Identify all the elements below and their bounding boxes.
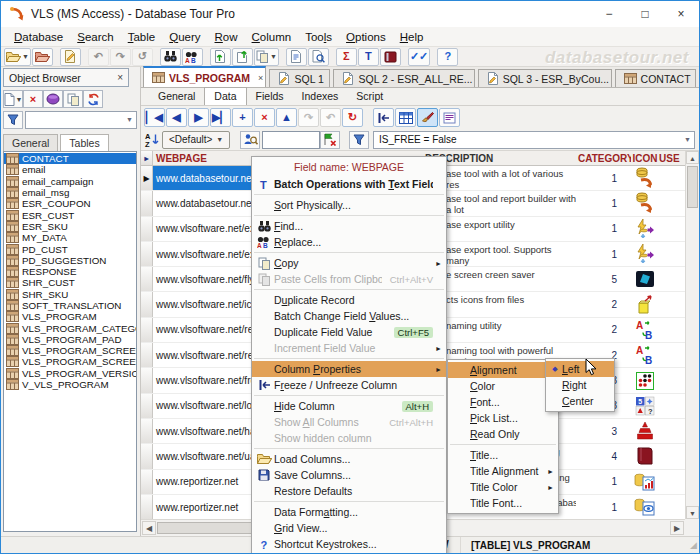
table-list-item[interactable]: PD_SUGGESTION [4, 255, 136, 266]
column-header-icon[interactable]: ICON [631, 153, 659, 164]
table-list-item[interactable]: SHR_SKU [4, 289, 136, 300]
menu-item-paste-cells-from-clipboard-[interactable]: Paste Cells from Clipboard...Ctrl+Alt+V [252, 271, 446, 287]
table-list-item[interactable]: ESR_COUPON [4, 198, 136, 209]
sidebar-tab-tables[interactable]: Tables [60, 134, 108, 152]
menu-item-grid-view-[interactable]: Grid View... [252, 520, 446, 536]
search-flag-icon[interactable] [320, 131, 340, 149]
submenu-item-font-[interactable]: Font... [448, 394, 558, 410]
alignment-item-right[interactable]: Right [546, 377, 614, 393]
menu-item-load-columns-[interactable]: Load Columns... [252, 451, 446, 467]
row-selector[interactable] [141, 292, 153, 316]
submenu-item-read-only[interactable]: Read Only [448, 426, 558, 442]
open-database-button[interactable]: ▼ [4, 48, 31, 66]
close-icon[interactable]: × [117, 72, 123, 83]
row-selector[interactable] [141, 444, 153, 468]
aggregate-button[interactable]: Σ [336, 48, 357, 66]
sidebar-tab-general[interactable]: General [3, 134, 58, 151]
undo-all-button[interactable]: ↺ [132, 48, 153, 66]
menu-item-restore-defaults[interactable]: Restore Defaults [252, 483, 446, 499]
menu-item-sort-physically-[interactable]: Sort Physically... [252, 197, 446, 213]
delete-object-button[interactable]: × [23, 90, 43, 108]
table-list-item[interactable]: VLS_PROGRAM_CATEGORY [4, 322, 136, 333]
table-list-item[interactable]: V_VLS_PROGRAM [4, 379, 136, 390]
sort-order-dropdown[interactable]: <Default> ▼ [162, 131, 230, 149]
menu-tools[interactable]: Tools [298, 30, 339, 44]
row-selector[interactable] [141, 318, 153, 342]
table-list-item[interactable]: RESPONSE [4, 266, 136, 277]
table-list-item[interactable]: email_campaign [4, 176, 136, 187]
doc-tab-sql-1[interactable]: SQL 1 [269, 69, 330, 87]
menu-help[interactable]: Help [393, 30, 431, 44]
summary-button[interactable] [286, 48, 307, 66]
close-icon[interactable]: × [258, 73, 263, 83]
table-list-item[interactable]: email_msg [4, 187, 136, 198]
menu-item-increment-field-value[interactable]: Increment Field Value► [252, 340, 446, 356]
text-operations-button[interactable]: T [358, 48, 379, 66]
tab-general[interactable]: General [149, 88, 204, 105]
close-button[interactable]: × [663, 1, 699, 27]
menu-item-duplicate-field-value[interactable]: Duplicate Field ValueCtrl+F5 [252, 324, 446, 340]
submenu-item-pick-list-[interactable]: Pick List... [448, 410, 558, 426]
copy-object-button[interactable] [63, 90, 83, 108]
column-header-use[interactable]: USE [659, 153, 685, 164]
doc-tab-sql-2-esr-all-re-[interactable]: SQL 2 - ESR_ALL_RE... [333, 69, 474, 87]
row-selector[interactable] [141, 242, 153, 266]
menu-item-duplicate-record[interactable]: Duplicate Record [252, 292, 446, 308]
table-list-item[interactable]: email [4, 164, 136, 175]
row-selector[interactable] [141, 343, 153, 367]
menu-item-column-properties[interactable]: Column Properties► [252, 361, 446, 377]
row-selector[interactable] [141, 368, 153, 392]
vertical-scroll-thumb[interactable] [687, 166, 698, 208]
table-list-item[interactable]: VLS_PROGRAM_PAD [4, 334, 136, 345]
table-list-item[interactable]: VLS_PROGRAM_SCREENSHOT [4, 356, 136, 367]
table-list-item[interactable]: PD_CUST [4, 243, 136, 254]
copy-button[interactable]: ▼ [254, 48, 279, 66]
row-selector[interactable] [141, 267, 153, 291]
row-selector[interactable] [141, 470, 153, 494]
tab-fields[interactable]: Fields [247, 88, 293, 105]
menu-row[interactable]: Row [208, 30, 245, 44]
nav-first-button[interactable]: ▏◀ [144, 108, 165, 127]
submenu-item-title-[interactable]: Title... [448, 447, 558, 463]
table-list-item[interactable]: ESR_CUST [4, 209, 136, 220]
menu-database[interactable]: Database [7, 30, 70, 44]
search-record-icon[interactable] [240, 131, 260, 149]
nav-cancel-button[interactable]: ↶ [320, 108, 341, 127]
records-list-button[interactable] [439, 108, 460, 127]
tab-data[interactable]: Data [204, 87, 246, 105]
help-button[interactable]: ? [437, 48, 458, 66]
object-browser-header[interactable]: Object Browser × [3, 68, 129, 87]
alignment-item-left[interactable]: ◆Left [546, 361, 614, 377]
resize-grip[interactable]: ◢ [690, 540, 697, 550]
maximize-button[interactable]: □ [627, 1, 663, 27]
undo-button[interactable]: ↶ [88, 48, 109, 66]
menu-item-freeze-unfreeze-column[interactable]: Freeze / Unfreeze Column [252, 377, 446, 393]
submenu-item-color[interactable]: Color► [448, 378, 558, 394]
redo-button[interactable]: ↷ [110, 48, 131, 66]
new-object-button[interactable]: ▼ [3, 90, 23, 108]
row-selector[interactable] [141, 191, 153, 215]
menu-column[interactable]: Column [245, 30, 299, 44]
notebook-button[interactable] [380, 48, 401, 66]
replace-button[interactable]: AB [182, 48, 203, 66]
menu-table[interactable]: Table [121, 30, 163, 44]
alignment-item-center[interactable]: Center [546, 393, 614, 409]
submenu-item-title-alignment[interactable]: Title Alignment► [448, 463, 558, 479]
table-list-item[interactable]: VLS_PROGRAM_VERSION [4, 368, 136, 379]
doc-tab-vls-program[interactable]: VLS_PROGRAM× [143, 66, 266, 87]
menu-item-show-hidden-column[interactable]: Show hidden column [252, 430, 446, 446]
nav-delete-button[interactable]: × [254, 108, 275, 127]
table-list-item[interactable]: VLS_PROGRAM [4, 311, 136, 322]
nav-last-button[interactable]: ▶▏ [210, 108, 231, 127]
export-button[interactable] [232, 48, 253, 66]
table-list-item[interactable]: VLS_PROGRAM_SCREENSHOT [4, 345, 136, 356]
find-button[interactable] [160, 48, 181, 66]
database-button[interactable] [43, 90, 63, 108]
menu-item-copy[interactable]: Copy► [252, 255, 446, 271]
row-selector[interactable] [141, 419, 153, 443]
scroll-right-icon[interactable]: ▶ [670, 521, 684, 535]
menu-item-shortcut-keystrokes-[interactable]: ?Shortcut Keystrokes... [252, 536, 446, 552]
filter-expression-combo[interactable]: IS_FREE = False▼ [373, 131, 695, 149]
preview-button[interactable] [308, 48, 329, 66]
tab-indexes[interactable]: Indexes [293, 88, 348, 105]
